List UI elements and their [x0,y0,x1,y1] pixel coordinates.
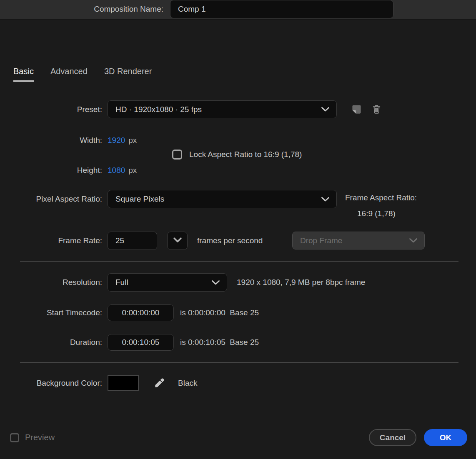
duration-input[interactable] [108,334,174,351]
frame-aspect-ratio-label: Frame Aspect Ratio: [345,193,417,202]
pixel-aspect-ratio-value: Square Pixels [115,195,164,204]
tab-basic[interactable]: Basic [13,67,34,82]
height-unit: px [128,166,137,175]
lock-aspect-label: Lock Aspect Ratio to 16:9 (1,78) [189,150,302,159]
start-timecode-label: Start Timecode: [0,308,102,317]
frame-aspect-ratio-value: 16:9 (1,78) [357,209,396,218]
frame-rate-row: Frame Rate: frames per second [0,232,263,250]
composition-settings-dialog: Composition Settings Composition Name: B… [0,0,476,459]
save-preset-icon[interactable] [351,104,362,115]
settings-tabs: Basic Advanced 3D Renderer [13,67,152,82]
chevron-down-icon [409,238,418,243]
resolution-info: 1920 x 1080, 7,9 MB per 8bpc frame [237,278,365,287]
preset-row: Preset: HD · 1920x1080 · 25 fps [0,100,382,118]
tab-3d-renderer[interactable]: 3D Renderer [104,67,152,82]
chevron-down-icon [173,237,182,244]
chevron-down-icon [321,197,330,202]
start-timecode-row: Start Timecode: is 0:00:00:00 Base 25 [0,304,259,321]
lock-aspect-checkbox[interactable] [172,150,182,160]
cancel-button[interactable]: Cancel [369,429,416,446]
tab-advanced[interactable]: Advanced [50,67,88,82]
composition-name-label: Composition Name: [0,5,163,14]
duration-row: Duration: is 0:00:10:05 Base 25 [0,334,259,351]
preset-label: Preset: [0,105,102,114]
duration-info: is 0:00:10:05 Base 25 [180,338,259,347]
timecode-style-value: Drop Frame [300,236,342,245]
section-divider [20,261,458,262]
resolution-value: Full [115,278,128,287]
preset-value: HD · 1920x1080 · 25 fps [115,105,202,114]
background-color-name: Black [178,379,197,388]
ok-button[interactable]: OK [424,429,467,446]
resolution-row: Resolution: Full 1920 x 1080, 7,9 MB per… [0,273,365,292]
resolution-label: Resolution: [0,278,102,287]
preview-checkbox[interactable] [10,433,19,442]
background-color-label: Background Color: [0,379,102,388]
lock-aspect-row: Lock Aspect Ratio to 16:9 (1,78) [172,150,302,160]
width-value[interactable]: 1920 [108,136,125,145]
preset-dropdown[interactable]: HD · 1920x1080 · 25 fps [108,100,337,118]
composition-name-input[interactable] [170,0,393,18]
composition-name-row: Composition Name: [0,0,393,18]
chevron-down-icon [321,107,330,112]
duration-label: Duration: [0,338,102,347]
delete-preset-trash-icon[interactable] [371,104,382,115]
frame-rate-input[interactable] [108,232,157,250]
background-color-row: Background Color: Black [0,375,197,391]
frames-per-second-label: frames per second [197,236,263,245]
height-row: Height: 1080 px [0,164,137,177]
chevron-down-icon [211,280,220,285]
height-value[interactable]: 1080 [108,166,125,175]
resolution-dropdown[interactable]: Full [108,273,227,292]
section-divider [20,362,458,363]
pixel-aspect-ratio-dropdown[interactable]: Square Pixels [108,190,337,208]
eyedropper-icon[interactable] [153,377,165,389]
pixel-aspect-ratio-row: Pixel Aspect Ratio: Square Pixels [0,190,337,208]
pixel-aspect-ratio-label: Pixel Aspect Ratio: [0,195,102,204]
frame-rate-preset-button[interactable] [167,232,188,250]
background-color-swatch[interactable] [108,375,139,391]
start-timecode-input[interactable] [108,304,174,321]
width-unit: px [128,136,137,145]
timecode-style-dropdown: Drop Frame [292,232,425,249]
height-label: Height: [0,166,102,175]
width-label: Width: [0,136,102,145]
start-timecode-info: is 0:00:00:00 Base 25 [180,308,259,317]
preview-label: Preview [25,433,55,442]
preview-toggle: Preview [10,433,55,442]
frame-rate-label: Frame Rate: [0,236,102,245]
preset-actions [351,104,382,115]
width-row: Width: 1920 px [0,134,137,147]
